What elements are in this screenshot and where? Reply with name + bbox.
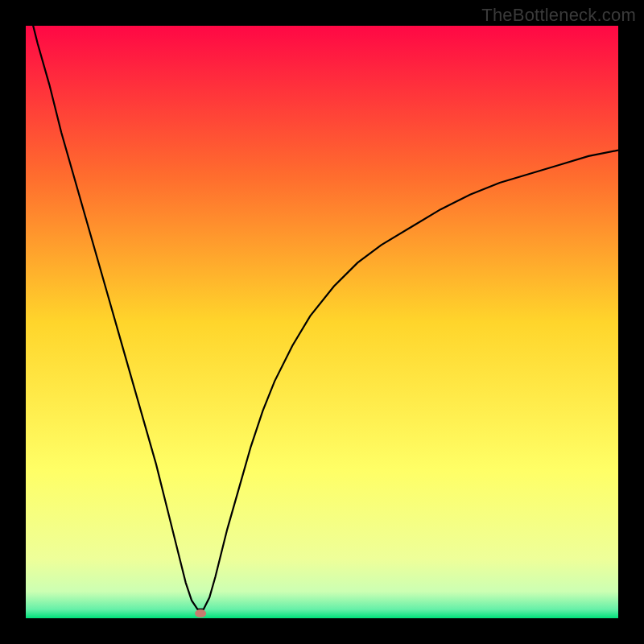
chart-frame: TheBottleneck.com [0,0,644,644]
chart-marker-dot [195,609,206,617]
chart-plot-area [26,26,618,618]
chart-svg [26,26,618,618]
watermark-text: TheBottleneck.com [481,5,636,26]
